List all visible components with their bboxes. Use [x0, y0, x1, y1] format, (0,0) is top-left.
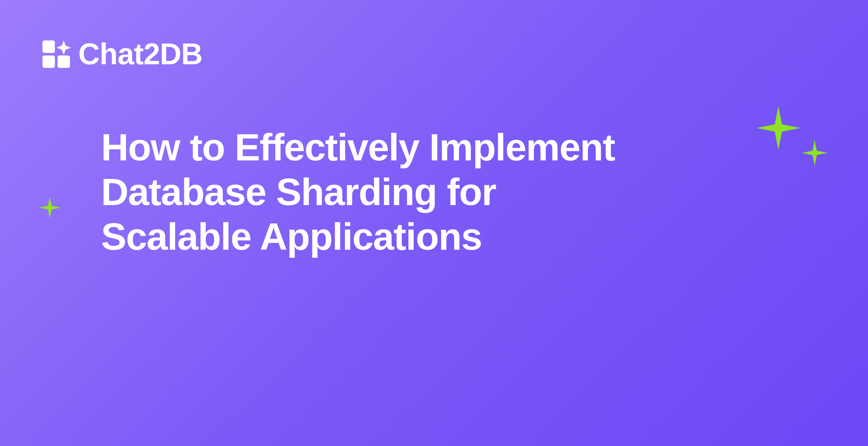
- hero-card: Chat2DB How to Effectively Implement Dat…: [0, 0, 868, 446]
- sparkle-decoration-icon: [801, 139, 828, 167]
- logo-text: Chat2DB: [78, 37, 203, 71]
- svg-rect-2: [58, 56, 70, 68]
- svg-rect-1: [42, 56, 55, 68]
- logo-container: Chat2DB: [40, 37, 203, 71]
- sparkle-decoration-icon: [755, 105, 801, 152]
- sparkle-decoration-icon: [38, 196, 61, 220]
- svg-rect-0: [42, 40, 55, 53]
- logo-mark-icon: [40, 38, 72, 70]
- headline-title: How to Effectively Implement Database Sh…: [101, 125, 627, 259]
